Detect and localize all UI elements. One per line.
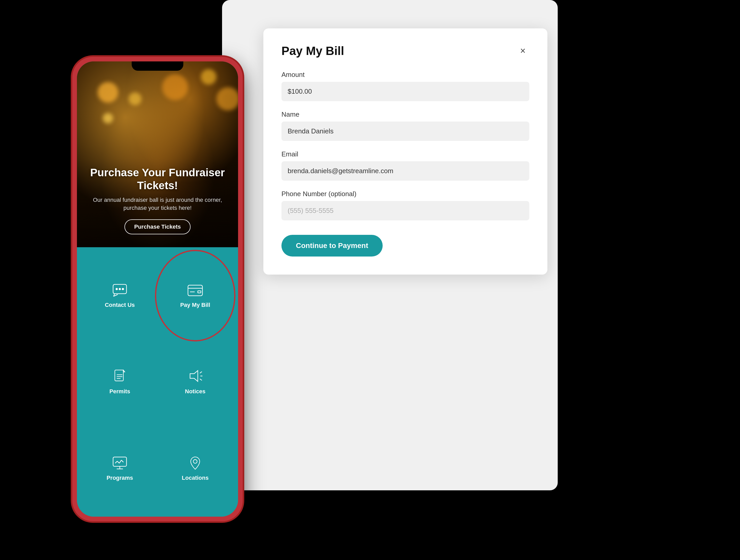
svg-marker-12 — [190, 370, 198, 381]
name-input[interactable] — [281, 122, 529, 141]
modal-title: Pay My Bill — [281, 44, 344, 58]
svg-line-13 — [200, 372, 202, 373]
menu-label-locations: Locations — [182, 475, 209, 481]
chat-icon — [111, 283, 129, 298]
menu-item-programs[interactable]: Programs — [82, 425, 158, 512]
menu-label-permits: Permits — [109, 388, 130, 395]
speaker-icon — [186, 369, 204, 384]
svg-rect-4 — [188, 285, 202, 296]
svg-point-23 — [193, 460, 197, 463]
phone-label: Phone Number (optional) — [281, 190, 529, 198]
bokeh-6 — [103, 113, 113, 123]
svg-rect-16 — [113, 457, 126, 466]
name-label: Name — [281, 110, 529, 118]
menu-item-notices[interactable]: Notices — [158, 339, 233, 425]
menu-label-programs: Programs — [107, 475, 133, 481]
svg-line-20 — [117, 461, 119, 463]
menu-label-contact-us: Contact Us — [105, 302, 135, 308]
phone-menu: Contact Us Pay My Bill — [77, 247, 238, 517]
bokeh-3 — [162, 74, 188, 100]
name-field-group: Name — [281, 110, 529, 141]
menu-item-pay-my-bill[interactable]: Pay My Bill — [158, 252, 233, 339]
phone-screen: Purchase Your Fundraiser Tickets! Our an… — [77, 62, 238, 517]
purchase-tickets-button[interactable]: Purchase Tickets — [124, 219, 191, 234]
hero-overlay: Purchase Your Fundraiser Tickets! Our an… — [77, 158, 238, 247]
menu-item-permits[interactable]: Permits — [82, 339, 158, 425]
continue-to-payment-button[interactable]: Continue to Payment — [281, 235, 383, 256]
email-label: Email — [281, 150, 529, 158]
modal-close-button[interactable]: × — [517, 44, 529, 57]
amount-input[interactable] — [281, 82, 529, 101]
hero-subtitle: Our annual fundraiser ball is just aroun… — [87, 196, 228, 212]
menu-item-locations[interactable]: Locations — [158, 425, 233, 512]
svg-line-15 — [200, 379, 202, 380]
svg-point-2 — [119, 288, 120, 290]
phone-frame: Purchase Your Fundraiser Tickets! Our an… — [72, 57, 243, 521]
bokeh-4 — [201, 69, 216, 85]
amount-label: Amount — [281, 71, 529, 79]
phone-input[interactable] — [281, 201, 529, 220]
hero-title: Purchase Your Fundraiser Tickets! — [87, 166, 228, 192]
svg-rect-7 — [198, 291, 201, 293]
phone-mockup: Purchase Your Fundraiser Tickets! Our an… — [72, 57, 243, 521]
phone-hero: Purchase Your Fundraiser Tickets! Our an… — [77, 62, 238, 247]
svg-point-3 — [122, 288, 124, 290]
location-icon — [186, 455, 204, 471]
svg-line-19 — [115, 461, 117, 463]
bokeh-5 — [216, 87, 238, 110]
email-field-group: Email — [281, 150, 529, 181]
email-input[interactable] — [281, 161, 529, 181]
document-icon — [111, 369, 129, 384]
bokeh-2 — [128, 92, 142, 105]
pay-my-bill-modal: Pay My Bill × Amount Name Email Phone Nu… — [263, 28, 547, 274]
menu-label-pay-my-bill: Pay My Bill — [180, 302, 210, 308]
phone-field-group: Phone Number (optional) — [281, 190, 529, 220]
phone-notch — [132, 62, 183, 71]
credit-card-icon — [186, 283, 204, 298]
svg-point-1 — [116, 288, 117, 290]
modal-header: Pay My Bill × — [281, 44, 529, 58]
svg-line-22 — [121, 460, 123, 462]
amount-field-group: Amount — [281, 71, 529, 101]
menu-item-contact-us[interactable]: Contact Us — [82, 252, 158, 339]
bokeh-1 — [98, 82, 118, 103]
menu-label-notices: Notices — [185, 388, 205, 395]
monitor-icon — [111, 455, 129, 471]
svg-line-21 — [119, 460, 121, 463]
svg-rect-8 — [115, 370, 123, 381]
